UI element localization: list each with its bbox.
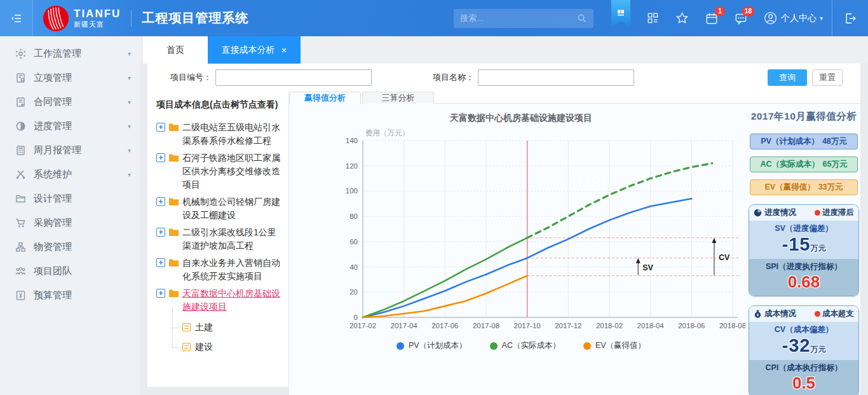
- svg-text:2017-08: 2017-08: [473, 322, 499, 329]
- apps-grid-icon[interactable]: [647, 12, 659, 24]
- contract-icon: [15, 97, 26, 107]
- legend-item[interactable]: EV（赢得值）: [583, 340, 646, 351]
- tree-node[interactable]: + 石河子铁路地区职工家属区供水分离移交维修改造项目: [156, 151, 285, 191]
- sidebar-item-project-initiation[interactable]: 立项管理▾: [0, 66, 140, 90]
- team-icon: [15, 266, 26, 277]
- status-dot-red: [815, 210, 820, 216]
- tab-three-calc-analysis[interactable]: 三算分析: [362, 92, 434, 104]
- tab-home[interactable]: 首页: [143, 36, 208, 64]
- expand-plus-icon[interactable]: +: [156, 258, 165, 267]
- svg-text:120: 120: [346, 162, 358, 170]
- tree-node[interactable]: + 二级引水渠改线段1公里渠道护坡加高工程: [156, 226, 285, 253]
- close-tab-icon[interactable]: ×: [281, 45, 287, 55]
- tab-direct-cost-analysis[interactable]: 直接成本分析 ×: [208, 36, 301, 64]
- sidebar-collapse-button[interactable]: [0, 0, 33, 36]
- materials-org-icon: [15, 242, 26, 253]
- svg-text:2017-02: 2017-02: [349, 322, 376, 329]
- sidebar-item-materials[interactable]: 物资管理▾: [0, 235, 140, 259]
- main-content: 项目编号： 项目名称： 查询 重置 项目成本信息(点击树节点查看) + 二级电站…: [147, 64, 860, 387]
- project-code-label: 项目编号：: [170, 72, 212, 83]
- svg-text:费用（万元）: 费用（万元）: [365, 129, 409, 137]
- tree-leaf-node[interactable]: 建设: [182, 337, 285, 357]
- brand-subname: 新疆天富: [74, 20, 121, 28]
- tree-node[interactable]: + 二级电站至五级电站引水渠系春系停水检修工程: [156, 121, 285, 148]
- messages-icon[interactable]: 18: [735, 12, 747, 25]
- sidebar-item-system-maintenance[interactable]: 系统维护▾: [0, 162, 140, 186]
- svg-text:140: 140: [346, 137, 358, 144]
- chart-title: 天富数据中心机房基础设施建设项目: [297, 113, 716, 124]
- logout-icon[interactable]: [844, 12, 857, 25]
- project-code-input[interactable]: [215, 69, 372, 86]
- user-menu[interactable]: 个人中心 ▾: [764, 11, 823, 25]
- sv-value: -15: [782, 234, 811, 254]
- svg-text:CV: CV: [719, 253, 730, 262]
- cost-card-title: 成本情况: [764, 308, 796, 319]
- expand-plus-icon[interactable]: +: [156, 289, 165, 298]
- money-bag-icon: ¥: [754, 310, 762, 318]
- chevron-down-icon: ▾: [128, 74, 131, 81]
- calendar-icon[interactable]: 1: [705, 12, 718, 25]
- tree-node[interactable]: + 自来水业务并入营销自动化系统开发实施项目: [156, 256, 285, 283]
- cpi-value: 0.5: [749, 373, 858, 393]
- sidebar-item-procurement[interactable]: 采购管理▾: [0, 211, 140, 235]
- tools-icon: [15, 169, 26, 180]
- reset-button[interactable]: 重置: [812, 69, 843, 86]
- summary-title: 2017年10月赢得值分析: [748, 110, 860, 123]
- svg-text:2017-12: 2017-12: [555, 322, 581, 329]
- evm-chart-zone: 天富数据中心机房基础设施建设项目 2017-022017-042017-0620…: [297, 109, 745, 395]
- sidebar-item-weekly-monthly-report[interactable]: 周月报管理▾: [0, 138, 140, 162]
- expand-plus-icon[interactable]: +: [156, 197, 165, 206]
- expand-plus-icon[interactable]: +: [156, 153, 165, 162]
- sv-label: SV（进度偏差）: [749, 223, 858, 234]
- app-title: 工程项目管理系统: [142, 10, 248, 27]
- svg-text:(MR): (MR): [573, 173, 606, 190]
- expand-plus-icon[interactable]: +: [156, 123, 165, 132]
- evm-summary-column: 2017年10月赢得值分析 PV（计划成本）48万元 AC（实际成本）65万元 …: [748, 109, 860, 395]
- status-dot-red: [815, 311, 820, 317]
- tab-earned-value-analysis[interactable]: 赢得值分析: [289, 92, 361, 104]
- svg-text:80: 80: [349, 212, 358, 220]
- svg-text:SV: SV: [642, 263, 653, 272]
- sidebar-item-contract[interactable]: 合同管理▾: [0, 90, 140, 114]
- document-gear-icon: [15, 73, 26, 83]
- evm-line-chart: 2017-022017-042017-062017-082017-102017-…: [326, 127, 745, 338]
- tree-node[interactable]: + 机械制造公司轻钢厂房建设及工棚建设: [156, 195, 285, 222]
- sidebar-item-budget[interactable]: 预算管理▾: [0, 283, 140, 307]
- cpi-label: CPI（成本执行指标）: [749, 363, 858, 373]
- project-name-input[interactable]: [478, 69, 634, 86]
- bookmark-ribbon-icon[interactable]: [611, 0, 630, 27]
- document-icon: [182, 342, 191, 352]
- sidebar-item-progress[interactable]: 进度管理▾: [0, 114, 140, 138]
- chevron-down-icon: ▾: [820, 15, 823, 22]
- query-button[interactable]: 查询: [768, 69, 807, 86]
- cost-status-label: 成本超支: [822, 308, 854, 319]
- top-header: TIANFU 新疆天富 工程项目管理系统: [0, 0, 868, 36]
- analysis-tab-bar: 赢得值分析 三算分析: [289, 92, 860, 104]
- analysis-panel: 赢得值分析 三算分析 天富数据中心机房基础设施建设项目 2017-022017-…: [289, 92, 860, 387]
- svg-text:2018-08: 2018-08: [719, 322, 745, 329]
- svg-text:2017-10: 2017-10: [514, 322, 541, 329]
- messages-badge: 18: [742, 6, 754, 17]
- favorites-star-icon[interactable]: [675, 11, 689, 25]
- tree-node-selected[interactable]: + 天富数据中心机房基础设施建设项目: [156, 287, 285, 314]
- search-input[interactable]: [460, 13, 577, 23]
- legend-item[interactable]: AC（实际成本）: [490, 340, 560, 351]
- sidebar-item-project-team[interactable]: 项目团队▾: [0, 259, 140, 283]
- expand-plus-icon[interactable]: +: [156, 228, 165, 237]
- tree-leaf-node[interactable]: 土建: [182, 317, 285, 337]
- progress-card-title: 进度情况: [764, 207, 796, 218]
- global-search[interactable]: [454, 9, 593, 28]
- progress-pie-icon: [15, 121, 26, 132]
- page-tab-bar: 首页 直接成本分析 ×: [140, 36, 868, 64]
- brand-name: TIANFU: [74, 8, 121, 20]
- chevron-down-icon: ▾: [128, 123, 131, 130]
- budget-yuan-icon: [15, 290, 26, 301]
- shopping-cart-icon: [15, 218, 26, 228]
- svg-text:60: 60: [349, 238, 358, 246]
- sidebar-item-workflow[interactable]: 工作流管理▾: [0, 41, 140, 66]
- legend-item[interactable]: PV（计划成本）: [397, 340, 467, 351]
- cost-status-card: ¥ 成本情况 成本超支 CV（成本偏差） -32万元: [749, 305, 859, 395]
- sidebar-item-design[interactable]: 设计管理▾: [0, 186, 140, 211]
- svg-text:2018-06: 2018-06: [678, 322, 705, 329]
- header-divider: [832, 0, 832, 36]
